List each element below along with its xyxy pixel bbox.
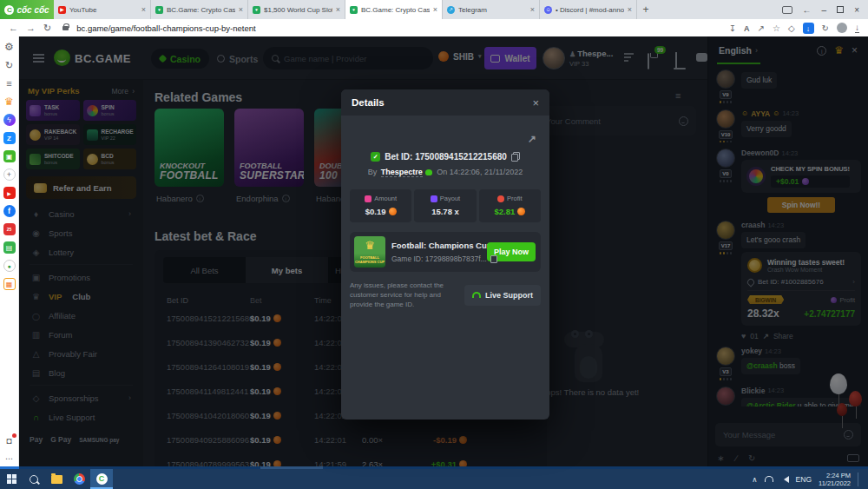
bcgame-favicon <box>350 6 358 14</box>
add-shortcut-icon[interactable] <box>3 169 16 181</box>
game-info-card: FOOTBALL CHAMPIONS CUP Football: Champio… <box>350 232 541 272</box>
sync-icon[interactable] <box>822 23 829 33</box>
coccoc-icon <box>96 473 108 485</box>
adblock-shield-icon[interactable] <box>788 23 795 33</box>
chrome-button[interactable] <box>68 469 90 489</box>
live-support-button[interactable]: Live Support <box>464 285 541 306</box>
browser-toolbar: bc.game/game/football-champions-cup-by-n… <box>0 19 868 36</box>
chrome-icon <box>74 473 85 485</box>
bcgame-favicon <box>155 6 163 14</box>
tab-close-icon[interactable] <box>433 5 437 14</box>
modal-close-icon[interactable] <box>532 96 539 109</box>
reading-list-icon[interactable] <box>3 77 16 89</box>
cart-shortcut-icon[interactable] <box>3 278 16 290</box>
copy-icon[interactable] <box>511 152 520 162</box>
support-note-row: Any issues, please contact the customer … <box>350 281 541 309</box>
coccoc-brand-label: cốc cốc <box>16 5 49 15</box>
browser-tab-bcgame-1[interactable]: BC.Game: Crypto Casino Gan <box>151 0 248 19</box>
speaker-icon[interactable] <box>780 476 789 483</box>
share-icon[interactable] <box>758 23 765 33</box>
tab-restore-icon[interactable] <box>803 5 812 15</box>
reload-button[interactable] <box>43 23 51 34</box>
sale-shortcut-icon[interactable] <box>3 223 16 235</box>
facebook-shortcut-icon[interactable] <box>3 205 16 217</box>
games-icon[interactable] <box>3 150 16 162</box>
payout-icon <box>431 195 437 202</box>
sports-shortcut-icon[interactable] <box>3 260 16 272</box>
coccoc-brand-button[interactable]: cốc cốc <box>0 0 54 19</box>
system-tray: ENG 2:24 PM 11/21/2022 <box>752 472 868 487</box>
cast-icon[interactable] <box>782 6 792 14</box>
language-indicator[interactable]: ENG <box>796 475 812 484</box>
close-window-button[interactable] <box>854 5 859 15</box>
amount-icon <box>365 195 372 202</box>
browser-tab-discord[interactable]: • Discord | #mod-announc <box>540 0 637 19</box>
minimize-button[interactable] <box>822 5 827 15</box>
lock-icon <box>62 26 69 30</box>
show-hidden-icons[interactable] <box>752 475 757 484</box>
game-id-row: Game ID: 17298898b7837f... <box>391 254 499 263</box>
settings-gear-icon[interactable] <box>3 41 16 53</box>
window-controls <box>773 0 868 19</box>
messenger-icon[interactable] <box>3 114 16 126</box>
windows-taskbar: ENG 2:24 PM 11/21/2022 <box>0 469 868 489</box>
browser-tab-bcgame-2[interactable]: BC.Game: Crypto Casino Ga <box>345 0 443 19</box>
bet-details-modal: Details Bet ID: 1750089415212215680 By T… <box>341 89 549 420</box>
browser-tab-bar: cốc cốc YouTube BC.Game: Crypto Casino G… <box>0 0 868 19</box>
zalo-icon[interactable] <box>3 132 16 144</box>
trophy-icon <box>354 236 385 255</box>
discord-favicon <box>544 6 552 14</box>
file-explorer-button[interactable] <box>45 469 68 489</box>
bookmark-star-icon[interactable] <box>773 23 780 33</box>
tab-close-icon[interactable] <box>141 5 146 14</box>
tab-close-icon[interactable] <box>239 5 243 14</box>
new-tab-button[interactable] <box>637 0 654 19</box>
more-options-icon[interactable] <box>3 453 16 465</box>
toolbar-extensions <box>729 23 859 34</box>
game-name: Football: Champions Cup <box>391 241 499 250</box>
translate-icon[interactable] <box>744 23 750 33</box>
verified-shield-icon <box>371 152 380 162</box>
browser-tab-telegram[interactable]: Telegram <box>443 0 540 19</box>
history-icon[interactable] <box>3 59 16 71</box>
bcgame-favicon <box>253 6 260 14</box>
shop-shortcut-icon[interactable] <box>3 241 16 254</box>
network-icon[interactable] <box>765 476 773 482</box>
back-button[interactable] <box>9 23 18 33</box>
coccoc-logo-icon <box>4 5 14 15</box>
frog-emoji <box>425 169 432 175</box>
tab-close-icon[interactable] <box>530 5 535 14</box>
download-page-icon[interactable] <box>729 23 736 33</box>
forward-button[interactable] <box>26 23 36 33</box>
profit-icon <box>497 195 504 202</box>
shib-coin-icon <box>517 208 525 215</box>
bet-author-link[interactable]: Thespectre <box>381 168 423 177</box>
game-thumbnail[interactable]: FOOTBALL CHAMPIONS CUP <box>354 236 385 268</box>
maximize-button[interactable] <box>837 6 844 13</box>
stat-profit: Profit $2.81 <box>479 189 541 222</box>
youtube-shortcut-icon[interactable] <box>3 187 16 199</box>
stat-amount: Amount $0.19 <box>350 189 411 222</box>
tab-close-icon[interactable] <box>628 5 632 14</box>
browser-tab-worldcup[interactable]: $1,500 World Cup Slot Chall <box>248 0 345 19</box>
show-desktop-button[interactable] <box>858 472 861 486</box>
downloads-tray-icon[interactable] <box>855 23 859 33</box>
taskbar-search-button[interactable] <box>23 469 45 489</box>
telegram-favicon <box>447 6 455 14</box>
address-url[interactable]: bc.game/game/football-champions-cup-by-n… <box>76 23 255 33</box>
taskbar-clock[interactable]: 2:24 PM 11/21/2022 <box>819 472 851 487</box>
bet-id-row: Bet ID: 1750089415212215680 <box>341 152 549 162</box>
modal-title: Details <box>352 97 385 108</box>
folder-icon <box>51 475 62 484</box>
notifications-bell-icon[interactable] <box>3 434 16 446</box>
crown-icon[interactable] <box>3 96 16 108</box>
tab-close-icon[interactable] <box>336 5 340 14</box>
profile-avatar-icon[interactable] <box>837 23 847 33</box>
headset-icon <box>472 292 481 298</box>
download-manager-icon[interactable] <box>803 23 814 34</box>
start-button[interactable] <box>0 469 23 489</box>
coccoc-taskbar-button[interactable] <box>90 469 113 489</box>
bet-stats-row: Amount $0.19 Payout 15.78 x Profit $2.81 <box>350 189 541 222</box>
share-bet-icon[interactable] <box>528 133 536 145</box>
browser-tab-youtube[interactable]: YouTube <box>54 0 151 19</box>
